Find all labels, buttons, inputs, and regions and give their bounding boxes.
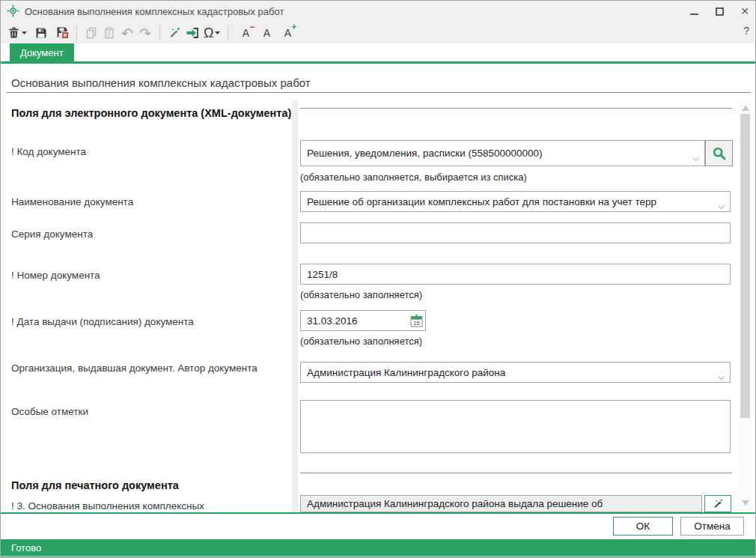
font-decrease-icon: A− (243, 27, 249, 39)
doc-notes-textarea[interactable] (300, 400, 731, 453)
doc-org-combobox[interactable]: Администрация Калининградского района (300, 362, 731, 383)
doc-date-hint: (обязательно заполняется) (300, 336, 422, 347)
trash-icon (7, 26, 20, 39)
save-button[interactable] (32, 23, 50, 43)
app-window: Основания выполнения комплексных кадастр… (0, 0, 756, 558)
doc-date-field: 15 (300, 310, 426, 331)
special-characters-button[interactable]: Ω (201, 23, 222, 43)
toolbar-separator (159, 25, 160, 40)
doc-code-value: Решения, уведомления, расписки (55850000… (307, 148, 543, 159)
doc-date-label: ! Дата выдачи (подписания) документа (11, 315, 194, 329)
footer-divider (1, 512, 756, 514)
doc-series-label: Серия документа (11, 227, 93, 241)
status-text: Готово (11, 542, 41, 554)
title-bar: Основания выполнения комплексных кадастр… (1, 1, 756, 22)
group-divider (300, 473, 732, 473)
save-close-icon (56, 26, 69, 39)
minimize-icon (690, 13, 698, 15)
doc-code-hint: (обязательно заполняется, выбирается из … (300, 172, 527, 183)
calendar-button[interactable]: 15 (410, 314, 423, 327)
omega-icon: Ω (204, 25, 213, 40)
help-button[interactable]: ? (743, 25, 749, 37)
font-increase-button[interactable]: A+ (278, 23, 296, 43)
doc-code-combobox[interactable]: Решения, уведомления, расписки (55850000… (300, 140, 705, 166)
scroll-down-icon[interactable] (742, 500, 749, 506)
toolbar-separator (228, 25, 228, 40)
doc-code-label: ! Код документа (11, 145, 86, 159)
delete-button[interactable] (5, 23, 29, 43)
section-title-printed: Поля для печатного документа (11, 477, 294, 494)
save-icon (35, 27, 47, 39)
calendar-icon: 15 (410, 314, 423, 327)
maximize-icon (716, 7, 724, 16)
maximize-button[interactable] (712, 4, 727, 19)
group-divider (300, 108, 732, 109)
tab-document[interactable]: Документ (10, 43, 74, 61)
redo-button[interactable]: ↷ (136, 23, 154, 43)
close-icon: ✕ (740, 5, 749, 17)
undo-icon: ↶ (121, 25, 133, 40)
copy-icon (85, 27, 97, 39)
scrollbar-thumb[interactable] (740, 114, 750, 418)
scroll-up-icon[interactable] (742, 106, 749, 111)
tab-bar: Документ (1, 43, 756, 64)
import-icon (186, 27, 199, 39)
doc-name-label: Наименование документа (11, 195, 133, 209)
chevron-down-icon (692, 152, 699, 163)
doc-date-input[interactable] (300, 310, 426, 331)
paste-icon (103, 27, 115, 39)
doc-series-input[interactable] (300, 222, 731, 243)
doc-number-hint: (обязательно заполняется) (300, 289, 422, 300)
window-controls: ✕ (686, 1, 752, 22)
font-decrease-button[interactable]: A− (237, 23, 254, 43)
print-basis-label: ! 3. Основания выполнения комплексных (11, 499, 294, 513)
magic-wand-button[interactable] (165, 23, 183, 43)
chevron-down-icon (718, 371, 725, 382)
paste-button[interactable] (100, 23, 118, 43)
magic-wand-icon (713, 498, 724, 509)
chevron-down-icon (718, 200, 725, 211)
close-button[interactable]: ✕ (737, 4, 752, 19)
doc-org-label: Организация, выдавшая документ. Автор до… (11, 361, 266, 375)
doc-number-input[interactable] (300, 264, 731, 285)
dropdown-caret-icon (215, 31, 220, 34)
status-bar: Готово (1, 539, 756, 558)
panel-splitter[interactable] (292, 100, 298, 512)
save-close-button[interactable] (53, 23, 71, 43)
print-basis-generate-button[interactable] (704, 495, 731, 512)
dropdown-caret-icon (22, 31, 27, 34)
minimize-button[interactable] (686, 4, 701, 19)
svg-text:15: 15 (413, 320, 420, 327)
font-default-icon: A (263, 27, 270, 39)
font-increase-icon: A+ (284, 27, 291, 39)
app-target-icon (7, 4, 19, 17)
doc-number-label: ! Номер документа (11, 268, 100, 282)
page-title: Основания выполнения комплексных кадастр… (11, 76, 311, 89)
section-title-electronic: Поля для электронного документа (XML-док… (11, 105, 294, 121)
doc-org-value: Администрация Калининградского района (307, 367, 505, 378)
font-default-button[interactable]: A (257, 23, 275, 43)
import-button[interactable] (183, 23, 201, 43)
ok-button[interactable]: ОК (613, 517, 673, 536)
copy-button[interactable] (82, 23, 100, 43)
doc-notes-label: Особые отметки (11, 404, 88, 419)
window-title: Основания выполнения комплексных кадастр… (25, 6, 284, 17)
doc-code-search-button[interactable] (705, 140, 733, 166)
heading-divider (7, 92, 751, 93)
toolbar-separator (76, 25, 77, 40)
search-icon (712, 146, 727, 161)
doc-name-value: Решение об организации комплексных работ… (307, 196, 656, 207)
toolbar: ↶ ↷ Ω A− (1, 22, 756, 43)
redo-icon: ↷ (139, 25, 151, 40)
undo-button[interactable]: ↶ (118, 23, 136, 43)
magic-wand-icon (168, 26, 181, 39)
doc-name-combobox[interactable]: Решение об организации комплексных работ… (300, 191, 731, 212)
print-basis-field[interactable]: Администрация Калининградского района вы… (300, 495, 702, 512)
cancel-button[interactable]: Отмена (680, 517, 744, 536)
